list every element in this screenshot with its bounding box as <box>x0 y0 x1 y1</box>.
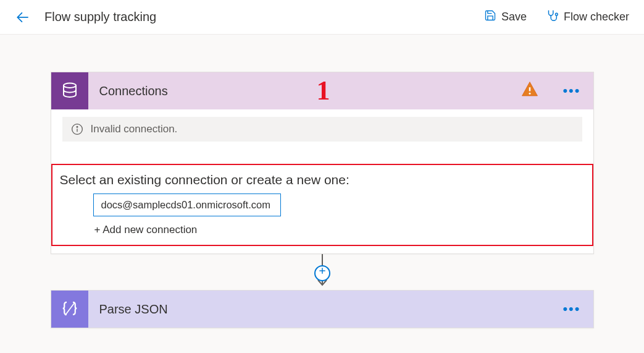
plus-icon <box>318 266 327 275</box>
page-title: Flow supply tracking <box>44 10 156 24</box>
top-bar-left: Flow supply tracking <box>15 9 156 25</box>
arrow-left-icon <box>15 9 31 25</box>
warning-icon <box>521 80 539 101</box>
svg-line-11 <box>65 303 74 315</box>
parse-json-more-button[interactable]: ••• <box>550 301 593 317</box>
parse-json-card-header[interactable]: Parse JSON ••• <box>51 291 593 328</box>
connections-title: Connections <box>88 84 521 98</box>
svg-point-4 <box>529 93 531 95</box>
save-label: Save <box>501 11 527 23</box>
parse-json-title: Parse JSON <box>88 302 551 317</box>
svg-point-2 <box>64 83 76 88</box>
svg-point-7 <box>77 126 78 127</box>
svg-point-1 <box>555 13 558 15</box>
top-bar-right: Save Flow checker <box>484 9 629 25</box>
flow-canvas: Connections 1 ••• Invalid connection. Se… <box>0 35 644 328</box>
connections-card-header[interactable]: Connections 1 ••• <box>51 72 593 109</box>
stethoscope-icon <box>545 9 559 25</box>
add-new-connection-button[interactable]: + Add new connection <box>94 224 587 236</box>
info-message: Invalid connection. <box>91 123 178 135</box>
connection-prompt: Select an existing connection or create … <box>57 172 587 187</box>
parse-json-card: Parse JSON ••• <box>51 290 594 328</box>
add-step-button[interactable] <box>314 265 330 281</box>
annotation-1: 1 <box>317 75 330 106</box>
connections-card: Connections 1 ••• Invalid connection. Se… <box>51 72 594 254</box>
connections-more-button[interactable]: ••• <box>550 83 593 99</box>
save-icon <box>484 9 496 25</box>
flow-checker-button[interactable]: Flow checker <box>545 9 629 25</box>
existing-connection-option[interactable]: docs@samplecds01.onmicrosoft.com <box>93 194 281 216</box>
info-bar: Invalid connection. <box>62 117 582 142</box>
database-icon <box>51 72 88 109</box>
info-icon <box>71 123 83 135</box>
braces-icon <box>51 291 88 328</box>
connector <box>51 254 594 290</box>
top-bar: Flow supply tracking Save Flow checke <box>0 0 644 35</box>
back-arrow-button[interactable] <box>15 9 31 25</box>
save-button[interactable]: Save <box>484 9 527 25</box>
flow-checker-label: Flow checker <box>564 11 629 23</box>
connection-selection-section: Select an existing connection or create … <box>51 164 593 246</box>
